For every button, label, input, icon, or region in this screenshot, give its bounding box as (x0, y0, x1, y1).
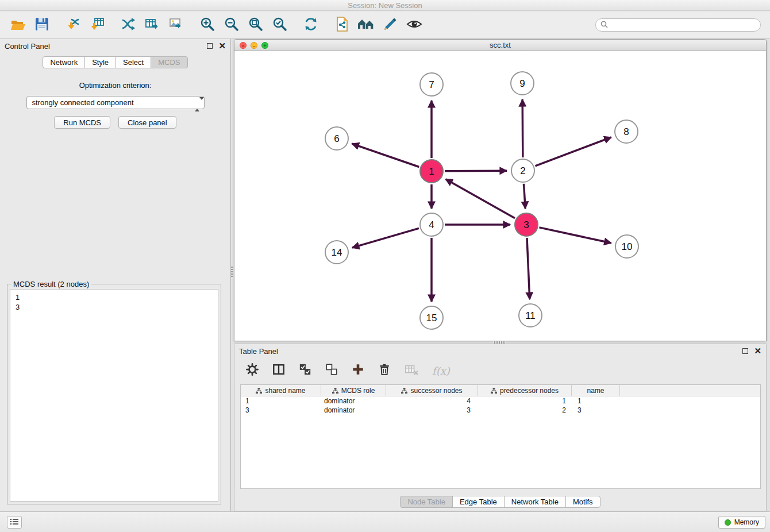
svg-text:1: 1 (429, 166, 434, 177)
paint-brush-icon (383, 17, 398, 34)
graph-node-4[interactable]: 4 (420, 213, 443, 236)
zoom-selected-button[interactable] (268, 13, 292, 37)
control-panel-header: Control Panel ✕ (0, 39, 230, 53)
network-arrows-icon (121, 17, 136, 34)
run-mcds-button[interactable]: Run MCDS (54, 116, 110, 129)
export-table-icon (145, 17, 160, 34)
tab-style[interactable]: Style (84, 56, 116, 68)
svg-text:10: 10 (622, 241, 633, 252)
svg-text:9: 9 (519, 78, 525, 89)
column-header-shared-name[interactable]: shared name (241, 385, 321, 396)
column-header-successor-nodes[interactable]: successor nodes (386, 385, 478, 396)
show-details-button[interactable] (402, 13, 426, 37)
mcds-result-item[interactable]: 3 (16, 302, 213, 312)
memory-status-dot (725, 519, 731, 526)
window-controls: × – + (240, 42, 268, 49)
refresh-layout-button[interactable] (299, 13, 323, 37)
select-all-rows-button[interactable] (299, 363, 311, 378)
svg-text:11: 11 (525, 310, 536, 321)
graph-node-6[interactable]: 6 (325, 127, 348, 150)
eye-icon (406, 17, 422, 34)
table-row[interactable]: 3 dominator 3 2 3 (241, 406, 760, 415)
zoom-out-button[interactable] (220, 13, 244, 37)
graph-node-8[interactable]: 8 (615, 120, 638, 143)
save-session-button[interactable] (30, 13, 54, 37)
delete-column-button[interactable] (378, 363, 391, 378)
tab-network[interactable]: Network (43, 56, 85, 68)
import-table-icon (90, 17, 105, 34)
search-box (595, 18, 761, 32)
graph-node-9[interactable]: 9 (511, 72, 534, 95)
graph-edge-3-10[interactable] (539, 228, 611, 243)
graph-edge-2-3[interactable] (523, 184, 525, 209)
tab-node-table[interactable]: Node Table (400, 496, 453, 508)
table-settings-button[interactable] (246, 363, 259, 378)
graph-node-14[interactable]: 14 (325, 241, 348, 264)
import-network-button[interactable] (61, 13, 85, 37)
float-panel-icon[interactable] (207, 43, 213, 49)
graph-edge-4-14[interactable] (352, 228, 419, 248)
dropdown-arrows-icon (195, 98, 200, 110)
zoom-selected-icon (272, 17, 287, 34)
float-panel-icon[interactable] (742, 348, 748, 354)
vertical-splitter-handle[interactable] (231, 265, 233, 278)
apply-style-button[interactable] (378, 13, 402, 37)
function-builder-button: f(x) (432, 365, 450, 377)
first-neighbors-button[interactable] (354, 13, 378, 37)
new-network-button[interactable] (116, 13, 140, 37)
tab-motifs[interactable]: Motifs (565, 496, 600, 508)
mcds-buttons-row: Run MCDS Close panel (0, 116, 230, 129)
graph-node-3[interactable]: 3 (515, 213, 538, 236)
graph-edge-1-6[interactable] (352, 144, 419, 167)
close-window-icon[interactable]: × (240, 42, 247, 49)
close-panel-button[interactable]: Close panel (118, 116, 176, 129)
network-view-window: × – + scc.txt 7968124314101511 (234, 39, 767, 341)
tab-network-table[interactable]: Network Table (504, 496, 566, 508)
columns-icon (272, 363, 285, 378)
node-table: shared name MCDS role successor nodes pr… (240, 384, 761, 489)
search-input[interactable] (611, 19, 756, 31)
maximize-window-icon[interactable]: + (261, 42, 268, 49)
document-network-icon (334, 17, 349, 34)
graph-node-15[interactable]: 15 (420, 306, 443, 329)
optimization-criterion-dropdown[interactable]: strongly connected component (26, 96, 205, 109)
column-header-mcds-role[interactable]: MCDS role (321, 385, 386, 396)
memory-button[interactable]: Memory (718, 516, 765, 529)
zoom-fit-button[interactable] (244, 13, 268, 37)
import-table-button[interactable] (85, 13, 109, 37)
column-header-name[interactable]: name (572, 385, 620, 396)
close-panel-icon[interactable]: ✕ (754, 348, 761, 354)
graph-node-2[interactable]: 2 (511, 159, 534, 182)
export-table-button[interactable] (140, 13, 164, 37)
table-row[interactable]: 1 dominator 4 1 1 (241, 396, 760, 406)
graph-node-1[interactable]: 1 (420, 160, 443, 183)
task-history-button[interactable] (7, 516, 22, 529)
graph-node-11[interactable]: 11 (519, 304, 542, 327)
graph-edge-3-1[interactable] (445, 179, 515, 218)
zoom-in-button[interactable] (195, 13, 220, 37)
show-columns-button[interactable] (272, 363, 285, 378)
network-graph[interactable]: 7968124314101511 (234, 51, 766, 341)
window-titlebar: Session: New Session (0, 0, 770, 11)
tab-mcds[interactable]: MCDS (151, 56, 187, 68)
open-session-button[interactable] (6, 13, 30, 37)
graph-node-7[interactable]: 7 (420, 73, 443, 96)
add-column-button[interactable] (352, 363, 364, 378)
optimization-criterion-label: Optimization criterion: (0, 81, 230, 90)
tab-select[interactable]: Select (116, 56, 151, 68)
network-window-title: scc.txt (490, 41, 511, 49)
graph-edge-1-2[interactable] (445, 171, 507, 171)
tab-edge-table[interactable]: Edge Table (452, 496, 505, 508)
application-window: Session: New Session (0, 0, 770, 532)
graph-edge-2-9[interactable] (522, 99, 523, 157)
column-header-predecessor-nodes[interactable]: predecessor nodes (478, 385, 572, 396)
close-panel-icon[interactable]: ✕ (218, 43, 226, 49)
graph-edge-2-8[interactable] (536, 137, 611, 166)
export-image-button[interactable] (164, 13, 188, 37)
clone-network-button[interactable] (330, 13, 354, 37)
graph-node-10[interactable]: 10 (615, 235, 638, 258)
mcds-result-item[interactable]: 1 (16, 292, 213, 302)
graph-edge-3-11[interactable] (527, 238, 530, 299)
minimize-window-icon[interactable]: – (251, 42, 257, 49)
deselect-all-rows-button[interactable] (325, 363, 338, 378)
